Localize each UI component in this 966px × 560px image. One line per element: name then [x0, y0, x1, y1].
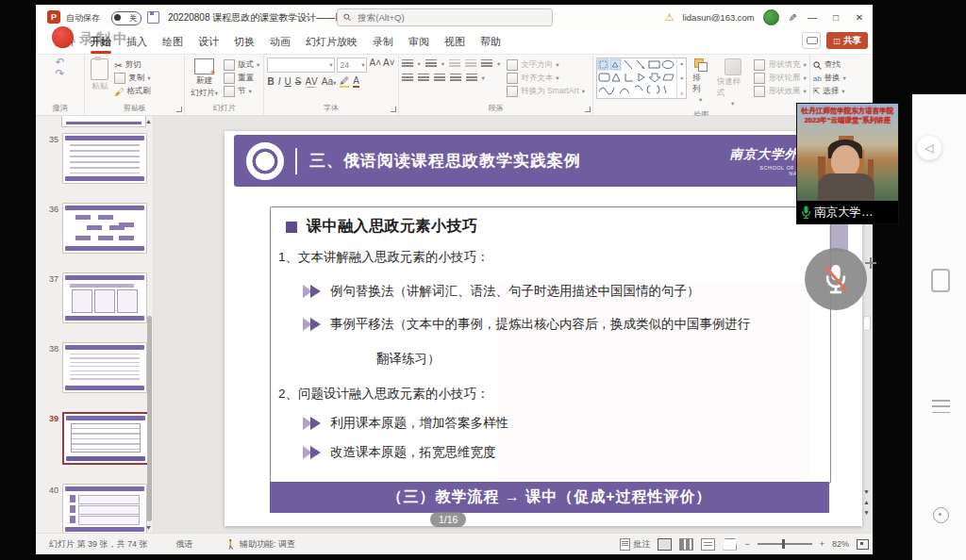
warning-icon[interactable]: ⚠	[665, 11, 675, 24]
slide-thumbnail-40[interactable]: 40	[36, 484, 147, 533]
increase-indent-icon[interactable]	[465, 59, 476, 69]
maximize-button[interactable]: □	[828, 12, 843, 23]
microphone-mute-button[interactable]	[805, 248, 867, 310]
accessibility-status[interactable]: 🚶辅助功能: 调查	[225, 538, 296, 551]
quick-styles-button[interactable]: 快速样式 ▾	[714, 58, 751, 108]
character-spacing-icon[interactable]: A͟V	[305, 76, 317, 87]
align-right-icon[interactable]	[434, 74, 445, 83]
font-size-combo[interactable]: 24▾	[337, 58, 367, 73]
change-case-icon[interactable]: Aa▾	[322, 76, 337, 87]
align-left-icon[interactable]	[402, 74, 413, 83]
gallery-scrollbar[interactable]: ▲▼≡	[676, 58, 686, 98]
redo-icon[interactable]: ↷	[56, 69, 65, 79]
zoom-slider[interactable]	[758, 543, 812, 545]
panel-toggle-icon[interactable]	[931, 269, 950, 292]
reading-view-icon[interactable]	[701, 538, 715, 551]
shapes-gallery[interactable]: ▲▼≡	[596, 58, 687, 99]
slide-thumbnail-36[interactable]: 36	[36, 203, 147, 254]
numbering-icon[interactable]	[425, 59, 437, 69]
bold-button[interactable]: B	[267, 76, 274, 87]
slide-header-bar[interactable]: 三、俄语阅读课程思政教学实践案例 南京大学外国语学院 SCHOOL OF FOR…	[234, 135, 862, 187]
tab-record[interactable]: 录制	[365, 30, 401, 54]
justify-icon[interactable]	[450, 74, 461, 83]
highlight-color-icon[interactable]: 🖉	[340, 75, 349, 88]
search-input[interactable]	[356, 11, 546, 24]
layout-button[interactable]: 版式▾	[224, 59, 259, 71]
gallery-up-icon[interactable]: ▲	[679, 60, 684, 66]
collapse-panel-button[interactable]: ◁	[917, 136, 941, 160]
text-direction-button[interactable]: 文字方向▾	[507, 59, 585, 71]
scroll-down-icon[interactable]: ▼	[863, 488, 869, 495]
slide-39[interactable]: 三、俄语阅读课程思政教学实践案例 南京大学外国语学院 SCHOOL OF FOR…	[225, 131, 862, 526]
close-button[interactable]: ✕	[852, 12, 867, 23]
copy-button[interactable]: 复制▾	[114, 73, 151, 84]
slide-counter[interactable]: 幻灯片 第 39 张，共 74 张	[49, 538, 148, 551]
font-name-combo[interactable]: ▾	[267, 58, 335, 73]
tab-help[interactable]: 帮助	[473, 30, 508, 54]
dialog-launcher-icon[interactable]	[176, 107, 182, 112]
content-box[interactable]: 课中融入思政元素小技巧 1、文本讲解融入思政元素的小技巧： 例句替换法（讲解词汇…	[270, 206, 831, 484]
pen-mode-icon[interactable]: ✎	[786, 12, 798, 21]
italic-button[interactable]: I	[278, 76, 281, 87]
tab-slideshow[interactable]: 幻灯片放映	[298, 30, 365, 54]
comments-icon[interactable]	[802, 32, 821, 49]
language-indicator[interactable]: 俄语	[176, 538, 193, 551]
comments-toggle[interactable]: 批注	[620, 538, 650, 551]
reset-button[interactable]: 重置	[224, 73, 259, 84]
smartart-button[interactable]: 转换为 SmartArt▾	[507, 86, 585, 97]
align-text-button[interactable]: 对齐文本▾	[507, 73, 585, 84]
dialog-launcher-icon[interactable]	[391, 107, 396, 112]
document-title[interactable]: 20220808 课程思政的课堂教学设计——以...∨	[168, 11, 362, 25]
tab-transitions[interactable]: 切换	[226, 30, 262, 54]
line-spacing-icon[interactable]	[481, 59, 492, 69]
paste-button[interactable]: 粘贴	[88, 58, 111, 93]
slide-thumbnail-35[interactable]: 35	[36, 133, 147, 184]
zoom-slider-thumb[interactable]	[782, 539, 786, 549]
decrease-font-icon[interactable]: A˅	[383, 58, 395, 73]
slide-sorter-view-icon[interactable]	[679, 538, 693, 551]
record-icon[interactable]	[933, 507, 949, 523]
menu-icon[interactable]	[932, 400, 950, 413]
save-icon[interactable]	[147, 11, 159, 24]
slide-thumbnail-39-selected[interactable]: 39	[36, 412, 149, 465]
next-slide-icon[interactable]: ▼	[863, 509, 869, 516]
replace-button[interactable]: ab替换▾	[813, 73, 846, 84]
font-color-icon[interactable]: A	[353, 75, 359, 88]
shape-outline-button[interactable]: 形状轮廓▾	[754, 73, 806, 84]
shape-fill-button[interactable]: 形状填充▾	[754, 59, 806, 71]
fit-to-window-icon[interactable]	[857, 539, 869, 550]
speaker-video-thumbnail[interactable]: 牡丹江师范学院东方语言学院 2022年“云端课堂”系列讲座 南京大学…	[797, 104, 898, 223]
tab-draw[interactable]: 绘图	[155, 30, 191, 54]
slide-footer-bar[interactable]: （三）教学流程 → 课中（促成+过程性评价）	[270, 482, 829, 513]
scroll-up-icon[interactable]: ▲	[145, 118, 152, 124]
underline-button[interactable]: U	[284, 76, 291, 87]
gallery-more-icon[interactable]: ▼	[679, 75, 684, 81]
columns-icon[interactable]	[466, 74, 477, 83]
decrease-indent-icon[interactable]	[449, 59, 460, 69]
format-painter-button[interactable]: 🖌格式刷	[114, 86, 151, 97]
scrollbar-thumb[interactable]	[863, 316, 871, 331]
tab-animations[interactable]: 动画	[262, 30, 298, 54]
scroll-down-icon[interactable]: ▼	[145, 524, 152, 531]
bullets-icon[interactable]	[402, 59, 413, 69]
gallery-down-icon[interactable]: ≡	[680, 91, 683, 96]
zoom-level[interactable]: 82%	[832, 539, 849, 549]
minimize-button[interactable]: —	[805, 12, 820, 23]
tab-review[interactable]: 审阅	[401, 30, 437, 54]
new-slide-button[interactable]: 新建 幻灯片▾	[188, 58, 221, 100]
arrange-button[interactable]: 排列 ▾	[690, 58, 711, 105]
normal-view-icon[interactable]	[658, 538, 672, 551]
tab-design[interactable]: 设计	[191, 30, 226, 54]
zoom-out-button[interactable]: −	[744, 539, 749, 549]
cut-button[interactable]: ✂剪切	[114, 59, 151, 71]
align-center-icon[interactable]	[418, 74, 429, 83]
share-button[interactable]: ◫共享	[826, 32, 868, 49]
strikethrough-button[interactable]: S	[295, 76, 302, 87]
tab-view[interactable]: 视图	[437, 30, 473, 54]
slide-thumbnail-37[interactable]: 37	[36, 272, 147, 323]
shape-effects-button[interactable]: 形状效果▾	[754, 86, 806, 97]
select-button[interactable]: ⇱选择▾	[813, 86, 846, 97]
increase-font-icon[interactable]: A˄	[369, 58, 381, 73]
slide-thumbnail-38[interactable]: 38	[36, 342, 147, 393]
zoom-in-button[interactable]: +	[820, 539, 824, 549]
